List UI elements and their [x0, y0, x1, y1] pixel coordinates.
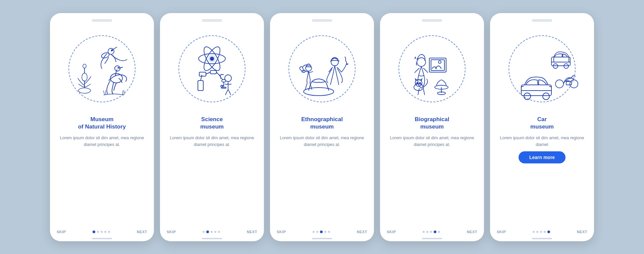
card-natural-history: Museumof Natural History Lorem ipsum dol… [50, 13, 154, 241]
next-button-1[interactable]: NEXT [137, 230, 147, 234]
svg-line-28 [221, 87, 222, 88]
dot-3-5 [328, 231, 330, 233]
next-button-2[interactable]: NEXT [247, 230, 257, 234]
dots-2 [203, 231, 220, 233]
svg-rect-34 [429, 58, 446, 72]
dot-5-2 [536, 231, 538, 233]
card-footer-3: SKIP NEXT [270, 230, 374, 237]
dot-4-2 [426, 231, 428, 233]
card-footer-5: SKIP NEXT [490, 230, 594, 237]
svg-point-10 [118, 67, 119, 68]
skip-button-4[interactable]: SKIP [387, 230, 396, 234]
dot-3-1 [313, 231, 315, 233]
bottom-bar-2 [202, 238, 222, 239]
card-title-2: Sciencemuseum [194, 116, 230, 131]
svg-point-4 [83, 64, 86, 68]
dots-3 [313, 231, 330, 233]
card-desc-3: Lorem ipsum dolor sit dim amet, mea regi… [270, 135, 374, 148]
dot-1-2 [97, 231, 99, 233]
phone-notch-1 [92, 19, 112, 22]
dot-5-5 [547, 231, 550, 233]
dot-2-2 [206, 231, 209, 233]
dot-4-1 [423, 231, 425, 233]
phone-notch-4 [422, 19, 442, 22]
svg-point-15 [210, 57, 214, 60]
car-icon [502, 29, 582, 109]
skip-button-5[interactable]: SKIP [497, 230, 506, 234]
svg-line-19 [206, 72, 210, 74]
illustration-science [168, 25, 256, 112]
svg-point-30 [331, 58, 338, 66]
dot-1-1 [93, 231, 95, 233]
bottom-bar-5 [532, 238, 552, 239]
bottom-bar-1 [92, 238, 112, 239]
dot-3-2 [316, 231, 318, 233]
dot-4-5 [438, 231, 440, 233]
dot-5-4 [544, 231, 546, 233]
dots-4 [423, 231, 440, 233]
card-title-4: Biographicalmuseum [408, 116, 456, 131]
svg-point-8 [110, 73, 122, 83]
skip-button-2[interactable]: SKIP [167, 230, 176, 234]
card-desc-4: Lorem ipsum dolor sit dim amet, mea regi… [380, 135, 484, 148]
bottom-bar-3 [312, 238, 332, 239]
dot-1-3 [101, 231, 103, 233]
biographical-icon [392, 29, 472, 109]
phone-notch-2 [202, 19, 222, 22]
card-biographical: Biographicalmuseum Lorem ipsum dolor sit… [380, 13, 484, 241]
dot-2-1 [203, 231, 205, 233]
card-footer-1: SKIP NEXT [50, 230, 154, 237]
card-desc-2: Lorem ipsum dolor sit dim amet, mea regi… [160, 135, 264, 148]
svg-point-9 [115, 66, 120, 71]
card-science: Sciencemuseum Lorem ipsum dolor sit dim … [160, 13, 264, 241]
svg-rect-18 [199, 72, 206, 76]
card-ethnographical: Ethnographicalmuseum Lorem ipsum dolor s… [270, 13, 374, 241]
dot-1-4 [104, 231, 106, 233]
svg-point-40 [420, 82, 421, 83]
card-desc-5: Lorem ipsum dolor sit dim amet, mea regi… [490, 135, 594, 148]
dot-3-4 [324, 231, 326, 233]
svg-point-39 [417, 82, 418, 83]
svg-rect-35 [431, 60, 444, 70]
skip-button-1[interactable]: SKIP [57, 230, 66, 234]
natural-history-icon [62, 29, 142, 109]
card-desc-1: Lorem ipsum dolor sit dim amet, mea regi… [50, 135, 154, 148]
card-car: Carmuseum Lorem ipsum dolor sit dim amet… [490, 13, 594, 241]
svg-point-33 [417, 58, 426, 66]
card-title-1: Museumof Natural History [71, 116, 133, 131]
svg-rect-50 [566, 82, 572, 85]
dots-1 [93, 231, 110, 233]
svg-rect-20 [210, 70, 216, 74]
skip-button-3[interactable]: SKIP [277, 230, 286, 234]
svg-point-52 [524, 93, 531, 100]
next-button-5[interactable]: NEXT [577, 230, 587, 234]
card-title-3: Ethnographicalmuseum [294, 116, 350, 131]
dot-2-4 [214, 231, 216, 233]
next-button-3[interactable]: NEXT [357, 230, 367, 234]
card-title-5: Carmuseum [524, 116, 560, 131]
cards-container: Museumof Natural History Lorem ipsum dol… [37, 3, 607, 251]
dot-5-1 [533, 231, 535, 233]
svg-point-0 [78, 88, 91, 93]
card-footer-4: SKIP NEXT [380, 230, 484, 237]
illustration-ethnographical [278, 25, 366, 112]
svg-point-29 [304, 88, 334, 96]
svg-rect-16 [198, 81, 203, 91]
dot-1-5 [108, 231, 110, 233]
dot-4-3 [430, 231, 432, 233]
svg-line-21 [216, 72, 220, 75]
dot-2-5 [218, 231, 220, 233]
dot-5-3 [540, 231, 542, 233]
learn-more-button[interactable]: Learn more [519, 151, 566, 163]
card-footer-2: SKIP NEXT [160, 230, 264, 237]
illustration-car [498, 25, 586, 112]
next-button-4[interactable]: NEXT [467, 230, 477, 234]
dot-2-3 [211, 231, 213, 233]
dots-5 [533, 231, 550, 233]
ethnographical-icon [282, 29, 362, 109]
svg-rect-44 [551, 57, 570, 66]
svg-point-45 [553, 64, 558, 68]
bottom-bar-4 [422, 238, 442, 239]
illustration-biographical [388, 25, 476, 112]
svg-point-48 [555, 80, 564, 88]
